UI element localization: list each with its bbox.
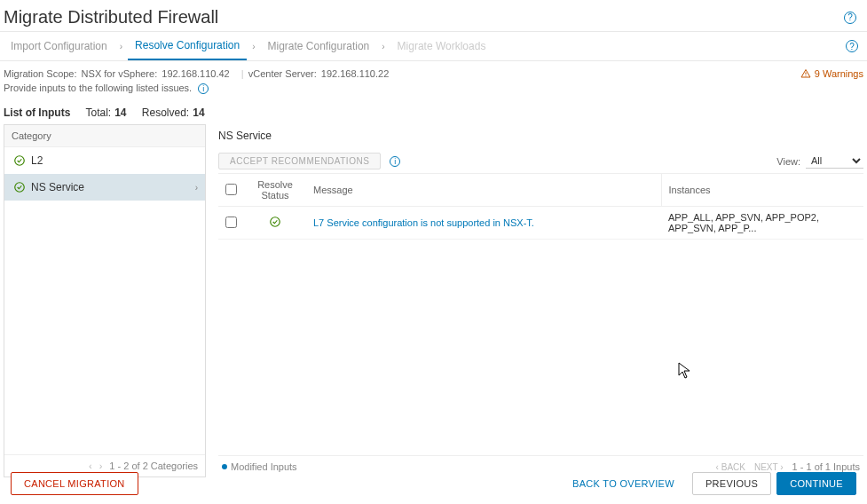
chevron-right-icon: › bbox=[195, 183, 198, 193]
warnings-badge[interactable]: 9 Warnings bbox=[800, 68, 863, 79]
warnings-count: 9 Warnings bbox=[815, 68, 863, 79]
scope-product-ip: 192.168.110.42 bbox=[162, 68, 229, 79]
continue-button[interactable]: CONTINUE bbox=[776, 472, 856, 495]
total-value: 14 bbox=[114, 106, 126, 119]
total-label: Total: bbox=[85, 106, 111, 119]
category-item-ns-service[interactable]: NS Service › bbox=[4, 174, 205, 201]
scope-product-label: NSX for vSphere: bbox=[82, 68, 158, 79]
info-icon[interactable]: i bbox=[390, 156, 400, 167]
summary-bar: List of Inputs Total:14 Resolved:14 bbox=[0, 101, 867, 124]
provide-inputs-text: Provide inputs to the following listed i… bbox=[4, 83, 192, 93]
col-message: Message bbox=[306, 174, 661, 207]
svg-point-2 bbox=[15, 156, 25, 166]
resolved-label: Resolved: bbox=[142, 106, 189, 119]
accept-recommendations-button[interactable]: ACCEPT RECOMMENDATIONS bbox=[218, 153, 381, 169]
info-icon[interactable]: i bbox=[198, 83, 209, 94]
inputs-table: Resolve Status Message Instances L7 Serv… bbox=[218, 174, 863, 240]
select-all-checkbox[interactable] bbox=[225, 184, 237, 195]
chevron-right-icon: › bbox=[247, 42, 260, 51]
page-title: Migrate Distributed Firewall bbox=[4, 7, 218, 28]
scope-bar: Migration Scope: NSX for vSphere: 192.16… bbox=[0, 61, 867, 83]
row-checkbox[interactable] bbox=[225, 217, 237, 228]
wizard-steps: Import Configuration › Resolve Configura… bbox=[0, 32, 867, 61]
detail-title: NS Service bbox=[218, 124, 863, 153]
bottom-bar: CANCEL MIGRATION BACK TO OVERVIEW PREVIO… bbox=[0, 463, 867, 504]
step-migrate-workloads: Migrate Workloads bbox=[390, 33, 493, 59]
view-select[interactable]: All bbox=[806, 154, 863, 169]
step-migrate-configuration[interactable]: Migrate Configuration bbox=[261, 33, 377, 59]
col-instances: Instances bbox=[661, 174, 863, 207]
check-circle-icon bbox=[13, 154, 26, 167]
table-row[interactable]: L7 Service configuration is not supporte… bbox=[218, 207, 863, 240]
warning-icon bbox=[800, 68, 811, 79]
detail-panel: NS Service ACCEPT RECOMMENDATIONS i View… bbox=[218, 124, 863, 477]
svg-point-3 bbox=[15, 183, 25, 193]
category-label: L2 bbox=[31, 154, 43, 167]
row-message[interactable]: L7 Service configuration is not supporte… bbox=[313, 217, 534, 228]
svg-point-1 bbox=[805, 75, 806, 76]
resolved-value: 14 bbox=[193, 106, 204, 119]
step-resolve-configuration[interactable]: Resolve Configuration bbox=[128, 32, 247, 60]
scope-vcenter-label: vCenter Server: bbox=[248, 68, 317, 79]
scope-vcenter-ip: 192.168.110.22 bbox=[321, 68, 389, 79]
category-panel: Category L2 NS Service › ‹ › 1 - 2 of 2 … bbox=[4, 124, 206, 477]
category-label: NS Service bbox=[31, 181, 84, 193]
back-to-overview-button[interactable]: BACK TO OVERVIEW bbox=[560, 473, 687, 494]
cancel-migration-button[interactable]: CANCEL MIGRATION bbox=[11, 472, 138, 495]
col-resolve-status: Resolve Status bbox=[244, 174, 306, 207]
svg-point-4 bbox=[271, 217, 280, 227]
previous-button[interactable]: PREVIOUS bbox=[692, 472, 771, 495]
check-circle-icon bbox=[269, 216, 281, 228]
divider: | bbox=[241, 68, 244, 79]
row-instances: APP_ALL, APP_SVN, APP_POP2, APP_SVN, APP… bbox=[661, 207, 863, 240]
category-item-l2[interactable]: L2 bbox=[4, 147, 205, 174]
list-of-inputs-label: List of Inputs bbox=[4, 106, 70, 119]
category-header: Category bbox=[4, 125, 205, 147]
help-icon[interactable]: ? bbox=[844, 12, 856, 24]
view-label: View: bbox=[776, 156, 800, 167]
help-icon[interactable]: ? bbox=[846, 40, 858, 52]
scope-label: Migration Scope: bbox=[4, 68, 77, 79]
chevron-right-icon: › bbox=[114, 42, 128, 51]
check-circle-icon bbox=[13, 181, 26, 193]
chevron-right-icon: › bbox=[376, 42, 390, 51]
step-import-configuration[interactable]: Import Configuration bbox=[4, 33, 114, 59]
